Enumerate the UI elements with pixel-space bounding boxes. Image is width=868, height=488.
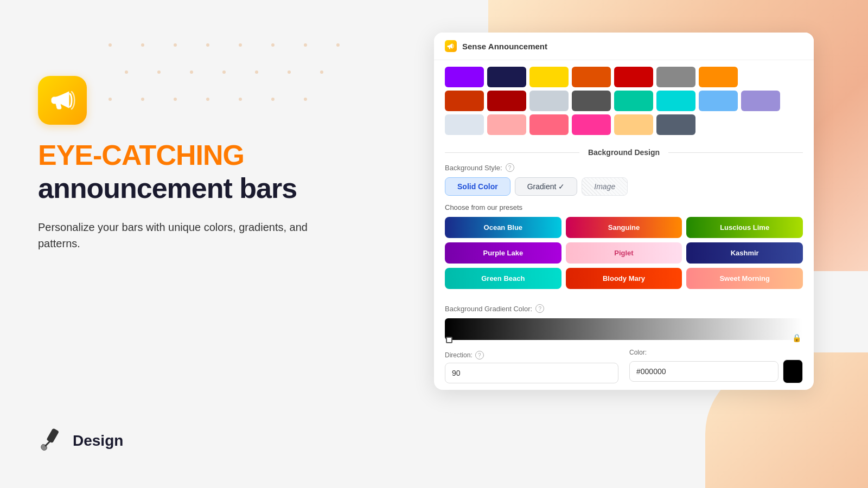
color-swatch[interactable] (529, 67, 569, 87)
style-buttons: Solid Color Gradient ✓ Image (445, 177, 803, 196)
image-button[interactable]: Image (582, 177, 628, 196)
color-field: Color: (629, 349, 803, 383)
color-swatch[interactable] (487, 91, 526, 111)
bottom-label: Design (73, 432, 123, 450)
dot (174, 43, 177, 47)
preset-button-6[interactable]: Green Beach (445, 268, 561, 289)
preset-button-7[interactable]: Bloody Mary (566, 268, 682, 289)
color-swatch[interactable] (529, 114, 569, 135)
dot (222, 70, 226, 74)
dot (125, 70, 128, 74)
card-title: Sense Announcement (462, 42, 547, 51)
dot (190, 70, 193, 74)
color-swatch[interactable] (699, 67, 738, 87)
color-swatch[interactable] (445, 67, 484, 87)
color-swatch[interactable] (741, 91, 780, 111)
swatch-row-2 (445, 114, 803, 135)
preset-button-8[interactable]: Sweet Morning (686, 268, 803, 289)
color-swatch[interactable] (614, 67, 653, 87)
presets-label: Choose from our presets (445, 203, 803, 211)
color-swatch[interactable] (656, 91, 695, 111)
dot (271, 43, 275, 47)
color-swatch-preview[interactable] (783, 359, 803, 383)
headline: EYE-CATCHING (38, 140, 353, 171)
divider-line-right (668, 152, 803, 153)
dot (141, 43, 144, 47)
swatch-row-0 (445, 67, 803, 87)
section-title: Background Design (588, 148, 660, 157)
divider-section: Background Design (434, 143, 814, 159)
preset-button-1[interactable]: Sanguine (566, 217, 682, 238)
preset-button-4[interactable]: Piglet (566, 242, 682, 264)
color-swatch[interactable] (614, 91, 653, 111)
bg-design-section: Background Style: ? Solid Color Gradient… (434, 159, 814, 304)
direction-field: Direction: ? (445, 351, 618, 383)
color-swatch[interactable] (656, 114, 695, 135)
left-panel: EYE-CATCHING announcement bars Personali… (38, 76, 353, 252)
presets-grid: Ocean BlueSanguineLuscious LimePurple La… (445, 217, 803, 289)
color-swatch[interactable] (656, 67, 695, 87)
card-header: Sense Announcement (434, 33, 814, 60)
paint-brush-icon (38, 426, 65, 455)
description: Personalize your bars with unique colors… (38, 219, 320, 252)
app-icon (38, 76, 87, 125)
svg-rect-0 (47, 428, 59, 443)
lock-icon: 🔒 (792, 333, 801, 342)
direction-help-icon[interactable]: ? (475, 351, 484, 359)
color-input[interactable] (629, 361, 778, 382)
direction-color-row: Direction: ? Color: (445, 349, 803, 383)
color-swatch[interactable] (487, 114, 526, 135)
color-swatch[interactable] (572, 114, 611, 135)
card-header-icon (445, 40, 457, 52)
dot (108, 43, 112, 47)
direction-input[interactable] (445, 363, 618, 383)
gradient-bar-wrapper: 🔒 (445, 318, 803, 340)
direction-label: Direction: ? (445, 351, 618, 359)
gradient-handle-right: 🔒 (792, 332, 801, 343)
preset-button-2[interactable]: Luscious Lime (686, 217, 803, 238)
gradient-label: Background Gradient Color: ? (445, 304, 803, 313)
color-swatch[interactable] (614, 114, 653, 135)
color-swatch[interactable] (445, 91, 484, 111)
gradient-handle-left[interactable] (446, 337, 452, 343)
style-label: Background Style: ? (445, 163, 803, 172)
dot (206, 43, 209, 47)
solid-color-button[interactable]: Solid Color (445, 177, 510, 196)
gradient-help-icon[interactable]: ? (535, 304, 544, 313)
bottom-section: Design (38, 426, 123, 455)
color-swatch[interactable] (572, 91, 611, 111)
ui-card: Sense Announcement Background Design Bac… (434, 33, 814, 390)
color-swatch[interactable] (572, 67, 611, 87)
preset-button-3[interactable]: Purple Lake (445, 242, 561, 264)
color-label: Color: (629, 349, 803, 356)
dot (320, 70, 323, 74)
dot (304, 43, 307, 47)
dot (255, 70, 258, 74)
gradient-bar[interactable] (445, 318, 803, 340)
swatch-row-1 (445, 91, 803, 111)
color-swatch[interactable] (699, 91, 738, 111)
image-btn-pattern (582, 178, 627, 195)
color-swatch[interactable] (487, 67, 526, 87)
color-swatch[interactable] (529, 91, 569, 111)
dot (157, 70, 161, 74)
subheadline: announcement bars (38, 173, 353, 204)
swatches-area (434, 60, 814, 143)
color-swatch[interactable] (445, 114, 484, 135)
preset-button-0[interactable]: Ocean Blue (445, 217, 561, 238)
megaphone-icon (48, 86, 76, 114)
dot (239, 43, 242, 47)
gradient-section: Background Gradient Color: ? 🔒 Direction… (434, 304, 814, 390)
dot (336, 43, 340, 47)
preset-button-5[interactable]: Kashmir (686, 242, 803, 264)
divider-line (445, 152, 579, 153)
color-value-row (629, 359, 803, 383)
style-help-icon[interactable]: ? (506, 163, 514, 172)
gradient-button[interactable]: Gradient ✓ (515, 177, 578, 196)
dot (288, 70, 291, 74)
